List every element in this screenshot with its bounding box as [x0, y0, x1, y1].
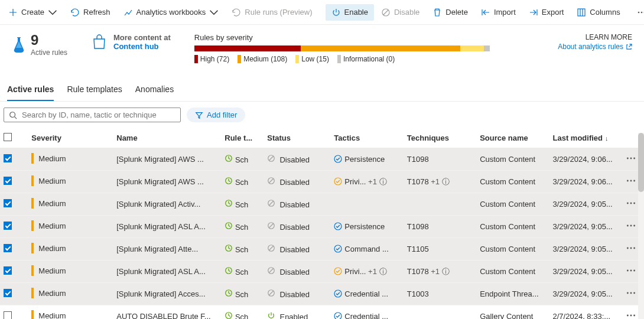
table-row[interactable]: Medium[Splunk Migrated] AWS ... Sch Disa… — [0, 171, 644, 193]
col-ruletype[interactable]: Rule t... — [221, 128, 264, 148]
tabs: Active rules Rule templates Anomalies — [0, 75, 644, 102]
cell-ruletype: Sch — [221, 305, 264, 320]
row-checkbox[interactable] — [4, 289, 12, 297]
cell-severity: Medium — [28, 171, 113, 193]
cell-checkbox[interactable] — [0, 238, 28, 261]
more-button[interactable] — [631, 4, 644, 21]
cell-name[interactable]: [Splunk Migrated] Atte... — [113, 238, 221, 261]
col-modified[interactable]: Last modified↓ — [549, 128, 622, 148]
cell-status: Disabled — [264, 238, 330, 261]
severity-bar-medium — [301, 45, 460, 51]
svg-point-21 — [630, 203, 632, 204]
overflow-icon[interactable] — [626, 198, 636, 209]
cell-name[interactable]: [Splunk Migrated] ASL A... — [113, 216, 221, 238]
cell-name[interactable]: [Splunk Migrated] Acces... — [113, 283, 221, 305]
overflow-icon[interactable] — [626, 153, 636, 164]
columns-button[interactable]: Columns — [571, 4, 626, 21]
add-filter-button[interactable]: Add filter — [187, 108, 245, 122]
workbooks-button[interactable]: Analytics workbooks — [118, 4, 225, 21]
cell-status: Disabled — [264, 193, 330, 216]
import-button[interactable]: Import — [475, 4, 522, 21]
row-checkbox[interactable] — [4, 199, 12, 207]
cell-tactics: Privi... +1 ⓘ — [330, 261, 403, 283]
table-row[interactable]: Medium[Splunk Migrated] Atte... Sch Disa… — [0, 238, 644, 261]
search-box[interactable] — [4, 108, 181, 122]
col-tactics[interactable]: Tactics — [330, 128, 403, 148]
content-hub-link[interactable]: More content at Content hub — [91, 33, 171, 51]
cell-checkbox[interactable] — [0, 261, 28, 283]
cell-severity: Medium — [28, 283, 113, 305]
col-severity[interactable]: Severity — [28, 128, 113, 148]
cell-source: Custom Content — [476, 171, 549, 193]
cell-name[interactable]: [Splunk Migrated] AWS ... — [113, 171, 221, 193]
cell-checkbox[interactable] — [0, 193, 28, 216]
svg-point-15 — [627, 180, 629, 182]
cell-name[interactable]: [Splunk Migrated] Activ... — [113, 193, 221, 216]
table-row[interactable]: MediumAUTO DISABLED Brute F... Sch Enabl… — [0, 305, 644, 320]
cell-checkbox[interactable] — [0, 148, 28, 171]
cell-name[interactable]: AUTO DISABLED Brute F... — [113, 305, 221, 320]
overflow-icon[interactable] — [626, 265, 636, 276]
col-source[interactable]: Source name — [476, 128, 549, 148]
learn-more: LEARN MORE About analytics rules — [558, 33, 632, 51]
svg-point-34 — [633, 248, 635, 249]
col-status[interactable]: Status — [264, 128, 330, 148]
sort-desc-icon: ↓ — [605, 135, 609, 142]
cell-checkbox[interactable] — [0, 283, 28, 305]
columns-label: Columns — [590, 8, 620, 17]
overflow-icon[interactable] — [626, 175, 636, 186]
row-checkbox[interactable] — [4, 266, 12, 275]
col-techniques[interactable]: Techniques — [404, 128, 476, 148]
content-hub-anchor[interactable]: Content hub — [113, 42, 171, 51]
shopping-bag-icon — [91, 34, 108, 50]
col-checkbox[interactable] — [0, 128, 28, 148]
delete-button[interactable]: Delete — [427, 4, 474, 21]
scrollbar-thumb[interactable] — [638, 133, 644, 192]
cell-checkbox[interactable] — [0, 171, 28, 193]
table-row[interactable]: Medium[Splunk Migrated] ASL A... Sch Dis… — [0, 216, 644, 238]
tab-rule-templates[interactable]: Rule templates — [67, 81, 122, 101]
row-checkbox[interactable] — [4, 311, 12, 319]
col-name[interactable]: Name — [113, 128, 221, 148]
export-icon — [529, 8, 538, 17]
cell-checkbox[interactable] — [0, 216, 28, 238]
clock-icon — [225, 266, 233, 275]
cell-checkbox[interactable] — [0, 305, 28, 320]
svg-point-38 — [627, 270, 629, 272]
disable-icon — [267, 244, 275, 252]
row-checkbox[interactable] — [4, 222, 12, 230]
table-row[interactable]: Medium[Splunk Migrated] ASL A... Sch Dis… — [0, 261, 644, 283]
cell-severity: Medium — [28, 305, 113, 320]
scrollbar[interactable] — [638, 133, 644, 319]
tactic-icon — [334, 267, 342, 275]
cell-name[interactable]: [Splunk Migrated] ASL A... — [113, 261, 221, 283]
table-row[interactable]: Medium[Splunk Migrated] Acces... Sch Dis… — [0, 283, 644, 305]
export-button[interactable]: Export — [523, 4, 570, 21]
row-checkbox[interactable] — [4, 244, 12, 252]
cell-status: Disabled — [264, 216, 330, 238]
row-checkbox[interactable] — [4, 177, 12, 185]
table-row[interactable]: Medium[Splunk Migrated] AWS ... Sch Disa… — [0, 148, 644, 171]
about-rules-link[interactable]: About analytics rules — [558, 43, 632, 51]
tab-active-rules[interactable]: Active rules — [7, 81, 54, 101]
create-button[interactable]: Create — [2, 4, 63, 21]
cell-techniques: T1098 — [404, 216, 476, 238]
cell-name[interactable]: [Splunk Migrated] AWS ... — [113, 148, 221, 171]
table-row[interactable]: Medium[Splunk Migrated] Activ... Sch Dis… — [0, 193, 644, 216]
refresh-button[interactable]: Refresh — [64, 4, 116, 21]
tab-anomalies[interactable]: Anomalies — [135, 81, 174, 101]
clock-icon — [225, 222, 233, 230]
refresh-icon — [70, 8, 80, 17]
cell-modified: 3/29/2024, 9:05... — [549, 193, 622, 216]
overflow-icon[interactable] — [626, 220, 636, 231]
search-input[interactable] — [22, 110, 175, 119]
overflow-icon[interactable] — [626, 310, 636, 319]
svg-point-14 — [334, 178, 341, 185]
row-checkbox[interactable] — [4, 154, 12, 162]
overflow-icon[interactable] — [626, 288, 636, 298]
overflow-icon[interactable] — [626, 243, 636, 253]
cell-modified: 3/29/2024, 9:06... — [549, 171, 622, 193]
cell-source: Custom Content — [476, 261, 549, 283]
enable-button[interactable]: Enable — [326, 4, 374, 21]
select-all-checkbox[interactable] — [4, 133, 12, 141]
